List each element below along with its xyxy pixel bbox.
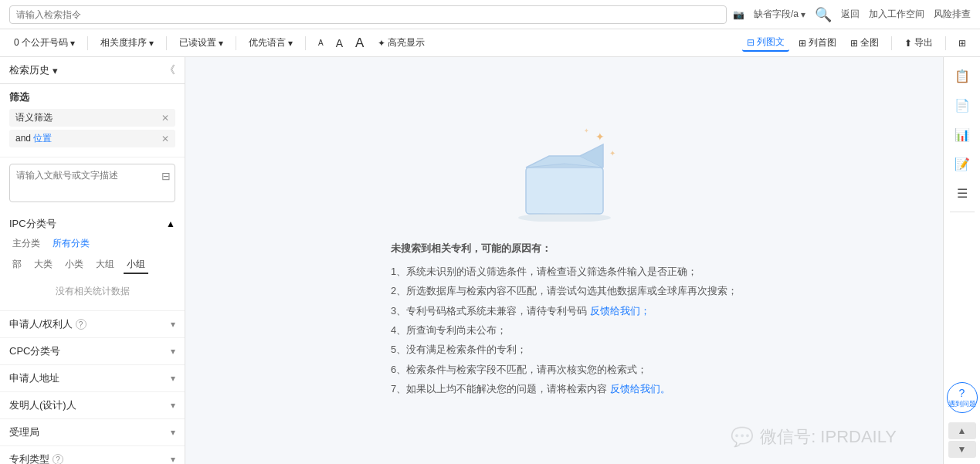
scroll-up-btn[interactable]: ▲ (948, 422, 976, 439)
chevron-down-icon: ▾ (288, 38, 293, 49)
calendar-icon: 📋 (955, 69, 970, 83)
filter-row-cpc[interactable]: CPC分类号 ▾ (0, 338, 185, 365)
svg-text:✦: ✦ (595, 130, 605, 143)
view-list-btn[interactable]: ⊞ 列首图 (794, 35, 841, 51)
grid-icon: ⊞ (850, 38, 858, 49)
svg-text:✦: ✦ (609, 149, 615, 157)
font-size-group: A A A (314, 34, 368, 52)
right-icon-doc[interactable]: 📄 (947, 91, 978, 119)
highlight-btn[interactable]: ✦ 高亮显示 (373, 35, 429, 51)
main-layout: 检索历史 ▾ 《 筛选 语义筛选 ✕ and 位置 ✕ ⊟ IPC分类号 ▲ (0, 57, 980, 464)
filter-row-cpc-left: CPC分类号 (9, 344, 60, 358)
feedback-link-2[interactable]: 反馈给我们。 (610, 383, 670, 395)
filter-row-applicant[interactable]: 申请人/权利人 ? ▾ (0, 311, 185, 338)
font-mid-btn[interactable]: A (331, 36, 348, 51)
ipc-tabs: 主分类 所有分类 (9, 235, 175, 252)
font-large-btn[interactable]: A (351, 34, 368, 52)
filter-row-office[interactable]: 受理局 ▾ (0, 419, 185, 446)
priority-lang-btn[interactable]: 优先语言 ▾ (244, 35, 297, 51)
applicant-label: 申请人/权利人 (9, 317, 73, 331)
ipc-level-dalei[interactable]: 大类 (31, 256, 56, 274)
ipc-section: IPC分类号 ▲ 主分类 所有分类 部 大类 小类 大组 小组 没有相关统计数据 (0, 211, 185, 311)
filter-row-patent-type[interactable]: 专利类型 ? ▾ (0, 446, 185, 464)
font-small-btn[interactable]: A (314, 37, 328, 49)
patent-type-help-icon[interactable]: ? (53, 454, 63, 464)
position-filter-tag: and 位置 ✕ (9, 130, 175, 147)
return-label: 返回 (841, 8, 860, 21)
ipc-tab-main[interactable]: 主分类 (9, 235, 43, 252)
view-list-img-label: 列图文 (757, 36, 785, 49)
history-label: 检索历史 (9, 63, 49, 77)
sidebar: 检索历史 ▾ 《 筛选 语义筛选 ✕ and 位置 ✕ ⊟ IPC分类号 ▲ (0, 57, 185, 464)
ipc-no-data: 没有相关统计数据 (9, 279, 175, 304)
search-icon-btn[interactable]: 🔍 (815, 6, 832, 23)
export-icon: ⬆ (904, 38, 912, 49)
collapse-btn[interactable]: 《 (164, 63, 175, 77)
public-code-btn[interactable]: 0 个公开号码 ▾ (9, 35, 80, 51)
star-icon: ✦ (378, 38, 385, 49)
right-icon-help[interactable]: ? 遇到问题 (947, 382, 978, 413)
text-input[interactable] (9, 164, 175, 202)
ipc-level-bu[interactable]: 部 (9, 256, 25, 274)
right-icon-list[interactable]: ☰ (947, 179, 978, 207)
settings-btn[interactable]: 已读设置 ▾ (175, 35, 228, 51)
risk-btn[interactable]: 风险排查 (934, 8, 971, 21)
sidebar-header: 检索历史 ▾ 《 (0, 57, 185, 84)
search-input[interactable] (16, 9, 720, 20)
search-input-wrap[interactable] (9, 5, 727, 24)
history-btn[interactable]: 检索历史 ▾ (9, 63, 58, 77)
toolbar-left: 0 个公开号码 ▾ 相关度排序 ▾ 已读设置 ▾ 优先语言 ▾ A A A ✦ … (9, 34, 738, 52)
abbr-field-btn[interactable]: 缺省字段/a ▾ (754, 8, 805, 21)
filter-row-patent-type-left: 专利类型 ? (9, 452, 63, 464)
office-label: 受理局 (9, 425, 39, 439)
semantic-filter-close[interactable]: ✕ (161, 113, 169, 124)
position-filter-close[interactable]: ✕ (161, 134, 169, 144)
empty-illustration: ✦ ✦ ✦ (495, 121, 634, 224)
semantic-filter-label: 语义筛选 (15, 111, 53, 124)
filter-row-cpc-right: ▾ (171, 346, 175, 357)
sort-btn[interactable]: 相关度排序 ▾ (96, 35, 158, 51)
reason-5: 5、没有满足检索条件的专利； (391, 340, 738, 358)
filter-row-inventor[interactable]: 发明人(设计)人 ▾ (0, 392, 185, 419)
filter-row-office-left: 受理局 (9, 425, 39, 439)
ipc-level-xiaozu[interactable]: 小组 (124, 256, 148, 274)
wechat-icon: 💬 (731, 426, 754, 448)
right-icon-calendar[interactable]: 📋 (947, 62, 978, 90)
empty-text: 未搜索到相关专利，可能的原因有： 1、系统未识别的语义筛选条件，请检查语义筛选条… (391, 239, 738, 399)
view-grid-btn[interactable]: ⊞ 全图 (846, 35, 883, 51)
view-list-img-btn[interactable]: ⊟ 列图文 (742, 34, 789, 52)
filter-section: 筛选 语义筛选 ✕ and 位置 ✕ (0, 84, 185, 157)
export-btn[interactable]: ⬆ 导出 (900, 35, 938, 51)
sort-label: 相关度排序 (100, 36, 147, 49)
filter-icon[interactable]: ⊟ (161, 170, 171, 182)
ipc-tab-all[interactable]: 所有分类 (49, 235, 93, 252)
help-label: 遇到问题 (948, 399, 976, 409)
export-label: 导出 (914, 36, 933, 49)
semantic-filter-tag: 语义筛选 ✕ (9, 109, 175, 127)
risk-label: 风险排查 (934, 8, 971, 21)
chevron-down-icon: ▾ (149, 38, 154, 49)
filter-row-applicant-left: 申请人/权利人 ? (9, 317, 86, 331)
abbr-field-label: 缺省字段/a (754, 8, 799, 21)
camera-btn[interactable]: 📷 (733, 9, 744, 20)
cpc-label: CPC分类号 (9, 344, 60, 358)
return-btn[interactable]: 返回 (841, 8, 860, 21)
filter-row-address[interactable]: 申请人地址 ▾ (0, 365, 185, 392)
chart-icon: 📊 (955, 127, 970, 142)
feedback-link-1[interactable]: 反馈给我们； (590, 305, 650, 317)
workspace-btn[interactable]: 加入工作空间 (869, 8, 924, 21)
applicant-help-icon[interactable]: ? (76, 319, 86, 330)
ipc-level-dazu[interactable]: 大组 (93, 256, 117, 274)
chevron-down-icon: ▾ (70, 38, 75, 49)
right-icons-divider (950, 212, 975, 212)
filter-row-address-left: 申请人地址 (9, 371, 59, 385)
divider1 (87, 36, 88, 50)
ipc-header[interactable]: IPC分类号 ▲ (9, 217, 175, 231)
scroll-down-btn[interactable]: ▼ (948, 441, 976, 458)
right-icon-chart[interactable]: 📊 (947, 120, 978, 148)
more-options-btn[interactable]: ⊞ (954, 36, 971, 50)
position-link[interactable]: 位置 (33, 133, 52, 144)
ipc-level-xiaolei[interactable]: 小类 (62, 256, 86, 274)
right-icon-notes[interactable]: 📝 (947, 150, 978, 178)
chevron-down-icon: ▾ (171, 427, 175, 438)
